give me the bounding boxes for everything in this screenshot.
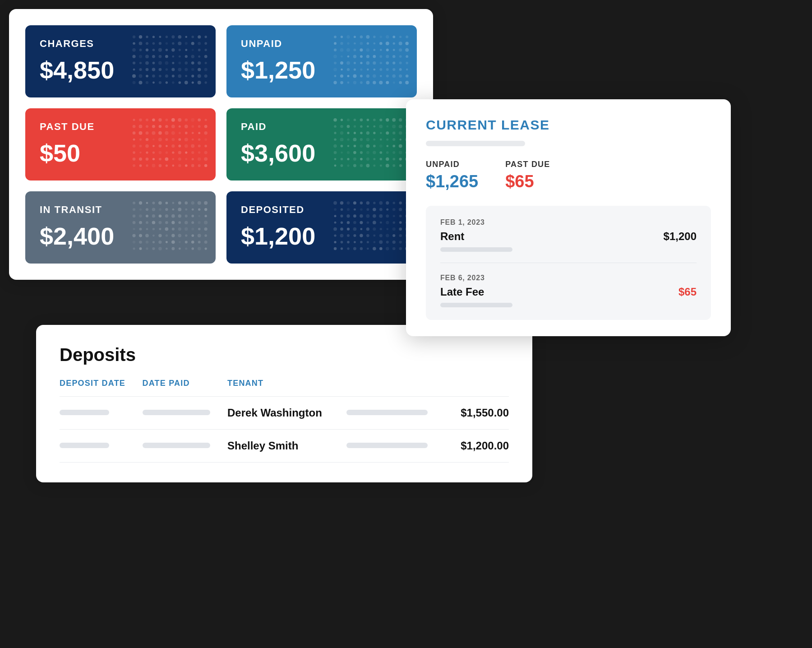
deposit-date-bar-1	[60, 443, 109, 448]
svg-point-275	[204, 157, 208, 161]
lease-pastdue-value: $65	[505, 172, 550, 191]
charge-date-1: FEB 6, 2023	[440, 274, 697, 282]
svg-point-215	[204, 125, 208, 128]
tenant-cell-1: Shelley Smith	[227, 430, 346, 463]
card-value-unpaid: $1,250	[241, 56, 402, 84]
main-container: CHARGES $4,850 UNPAID $1,250 PAST DUE $5…	[9, 9, 803, 641]
tenant-name-1: Shelley Smith	[227, 440, 298, 452]
svg-point-419	[205, 215, 207, 217]
card-value-deposited: $1,200	[241, 222, 402, 250]
deposits-col-amount	[346, 379, 448, 397]
charge-name-1: Late Fee	[440, 286, 484, 298]
deposit-amount-1: $1,200.00	[448, 430, 509, 463]
svg-point-23	[204, 42, 207, 45]
charge-detail-1: Late Fee $65	[440, 286, 697, 298]
svg-point-143	[406, 55, 408, 58]
svg-point-455	[204, 234, 207, 237]
amount-bar-1	[346, 443, 428, 448]
stat-card-intransit: IN TRANSIT $2,400	[25, 191, 216, 264]
lease-pastdue-label: PAST DUE	[505, 160, 550, 169]
card-value-intransit: $2,400	[40, 222, 201, 250]
lease-loading-bar	[426, 141, 525, 146]
date-paid-placeholder-0	[143, 397, 227, 430]
lease-summary-row: UNPAID $1,265 PAST DUE $65	[426, 160, 711, 191]
card-label-charges: CHARGES	[40, 38, 201, 50]
card-label-paid: PAID	[241, 121, 402, 133]
svg-point-239	[204, 138, 207, 141]
card-label-pastdue: PAST DUE	[40, 121, 201, 133]
svg-point-155	[406, 62, 408, 65]
stat-card-paid: PAID $3,600	[226, 108, 417, 181]
svg-point-203	[205, 119, 207, 121]
svg-point-479	[205, 247, 207, 250]
svg-point-167	[406, 69, 408, 71]
stat-card-deposited: DEPOSITED $1,200	[226, 191, 417, 264]
card-label-deposited: DEPOSITED	[241, 204, 402, 216]
svg-point-59	[205, 62, 207, 64]
date-paid-placeholder-1	[143, 430, 227, 463]
svg-point-179	[406, 74, 409, 78]
svg-point-191	[405, 81, 409, 84]
card-label-unpaid: UNPAID	[241, 38, 402, 50]
lease-charges-box: FEB 1, 2023 Rent $1,200 FEB 6, 2023 Late…	[426, 206, 711, 320]
deposits-panel: Deposits DEPOSIT DATEDATE PAIDTENANT Der…	[36, 325, 532, 482]
current-lease-title: CURRENT LEASE	[426, 117, 711, 133]
svg-point-119	[406, 42, 409, 45]
stat-card-unpaid: UNPAID $1,250	[226, 25, 417, 97]
charge-sub-bar-1	[440, 303, 512, 307]
card-value-pastdue: $50	[40, 139, 201, 167]
deposit-date-placeholder-0	[60, 397, 143, 430]
svg-point-95	[205, 81, 207, 83]
stat-card-charges: CHARGES $4,850	[25, 25, 216, 97]
lease-pastdue-item: PAST DUE $65	[505, 160, 550, 191]
card-value-paid: $3,600	[241, 139, 402, 167]
cards-panel: CHARGES $4,850 UNPAID $1,250 PAST DUE $5…	[9, 9, 433, 280]
amount-bar-0	[346, 410, 428, 415]
lease-unpaid-item: UNPAID $1,265	[426, 160, 478, 191]
deposit-date-placeholder-1	[60, 430, 143, 463]
svg-point-263	[204, 151, 208, 154]
date-paid-bar-0	[143, 410, 210, 415]
svg-point-467	[204, 241, 208, 244]
charge-date-0: FEB 1, 2023	[440, 218, 697, 227]
deposits-col-0: DEPOSIT DATE	[60, 379, 143, 397]
svg-point-131	[405, 48, 409, 52]
card-label-intransit: IN TRANSIT	[40, 204, 201, 216]
svg-point-11	[205, 36, 207, 38]
deposits-table: DEPOSIT DATEDATE PAIDTENANT Derek Washin…	[60, 379, 509, 463]
current-lease-card: CURRENT LEASE UNPAID $1,265 PAST DUE $65…	[406, 99, 731, 336]
svg-point-35	[205, 49, 207, 51]
date-paid-bar-1	[143, 443, 210, 448]
svg-point-431	[204, 221, 208, 224]
svg-point-71	[204, 68, 208, 71]
charge-amount-0: $1,200	[664, 230, 697, 243]
deposits-col-1: DATE PAID	[143, 379, 227, 397]
lease-unpaid-label: UNPAID	[426, 160, 478, 169]
charge-name-0: Rent	[440, 230, 464, 243]
card-value-charges: $4,850	[40, 56, 201, 84]
stat-card-pastdue: PAST DUE $50	[25, 108, 216, 181]
svg-point-407	[204, 208, 207, 211]
svg-point-251	[204, 145, 207, 148]
deposits-title: Deposits	[60, 345, 509, 365]
deposit-amount-0: $1,550.00	[448, 397, 509, 430]
charge-row-0: FEB 1, 2023 Rent $1,200	[440, 218, 697, 263]
deposit-date-bar-0	[60, 410, 109, 415]
svg-point-227	[204, 131, 208, 134]
svg-point-287	[204, 164, 208, 167]
charge-detail-0: Rent $1,200	[440, 230, 697, 243]
tenant-name-0: Derek Washington	[227, 407, 322, 419]
svg-point-47	[204, 55, 208, 58]
charge-amount-1: $65	[678, 286, 697, 298]
tenant-cell-0: Derek Washington	[227, 397, 346, 430]
charge-sub-bar-0	[440, 247, 512, 252]
table-row: Shelley Smith $1,200.00	[60, 430, 509, 463]
amount-placeholder-0	[346, 397, 448, 430]
svg-point-107	[406, 36, 408, 38]
amount-placeholder-1	[346, 430, 448, 463]
table-row: Derek Washington $1,550.00	[60, 397, 509, 430]
svg-point-443	[204, 227, 208, 231]
svg-point-83	[204, 74, 208, 78]
cards-grid: CHARGES $4,850 UNPAID $1,250 PAST DUE $5…	[25, 25, 417, 264]
lease-unpaid-value: $1,265	[426, 172, 478, 191]
